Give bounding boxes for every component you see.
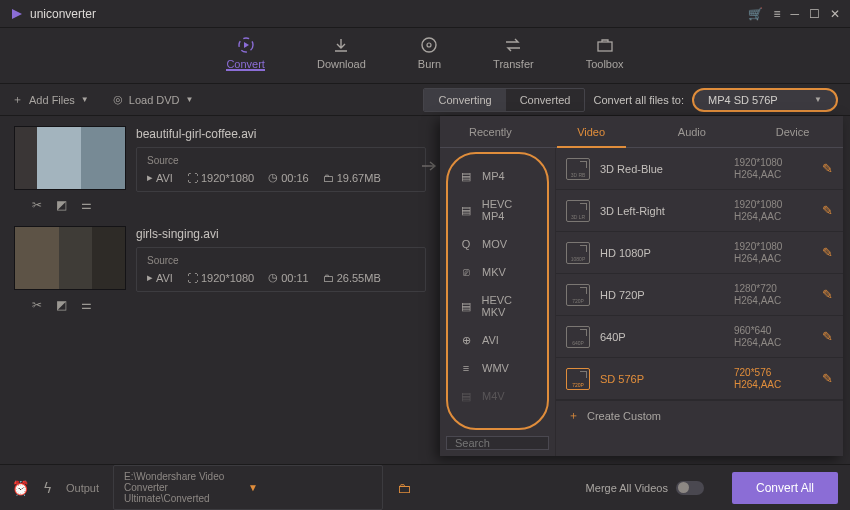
chevron-down-icon: ▼ — [186, 95, 194, 104]
nav-toolbox[interactable]: Toolbox — [586, 28, 624, 70]
search-input[interactable] — [455, 437, 540, 449]
nav-label: Toolbox — [586, 58, 624, 70]
tab-converted[interactable]: Converted — [506, 89, 585, 111]
titlebar: uniconverter 🛒 ≡ ─ ☐ ✕ — [0, 0, 850, 28]
tab-recently[interactable]: Recently — [440, 116, 541, 147]
chevron-down-icon: ▼ — [814, 95, 822, 104]
format-search[interactable] — [446, 436, 549, 450]
nav-transfer[interactable]: Transfer — [493, 28, 534, 70]
preset-codec: H264,AAC — [734, 253, 812, 264]
format-popup: Recently Video Audio Device ▤MP4 ▤HEVC M… — [440, 116, 843, 456]
source-label: Source — [147, 255, 415, 266]
arrow-right-icon — [420, 160, 440, 172]
menu-icon[interactable]: ≡ — [773, 7, 780, 21]
tab-video[interactable]: Video — [541, 116, 642, 147]
minimize-icon[interactable]: ─ — [790, 7, 799, 21]
preset-row[interactable]: 720P SD 576P 720*576H264,AAC ✎ — [556, 358, 843, 400]
format-icon: ▸ — [147, 271, 153, 284]
preset-name: HD 720P — [600, 289, 724, 301]
format-hevc-mkv[interactable]: ▤HEVC MKV — [448, 286, 547, 326]
preset-row[interactable]: 720P HD 720P 1280*720H264,AAC ✎ — [556, 274, 843, 316]
merge-toggle[interactable] — [676, 481, 704, 495]
clapper-icon: ≡ — [458, 362, 474, 374]
create-custom-button[interactable]: ＋ Create Custom — [556, 400, 843, 430]
preset-row[interactable]: 640P 640P 960*640H264,AAC ✎ — [556, 316, 843, 358]
source-resolution: 1920*1080 — [201, 172, 254, 184]
cart-icon[interactable]: 🛒 — [748, 7, 763, 21]
folder-icon: 🗀 — [323, 172, 334, 184]
format-mov[interactable]: QMOV — [448, 230, 547, 258]
nav-burn[interactable]: Burn — [418, 28, 441, 70]
preset-codec: H264,AAC — [734, 169, 812, 180]
source-format: AVI — [156, 272, 173, 284]
source-resolution: 1920*1080 — [201, 272, 254, 284]
chevron-down-icon: ▼ — [248, 482, 372, 493]
crop-icon[interactable]: ◩ — [56, 298, 67, 312]
tab-converting[interactable]: Converting — [424, 89, 505, 111]
add-files-button[interactable]: ＋ Add Files ▼ — [12, 92, 89, 107]
format-mkv[interactable]: ⎚MKV — [448, 258, 547, 286]
preset-row[interactable]: 3D LR 3D Left-Right 1920*1080H264,AAC ✎ — [556, 190, 843, 232]
top-nav: Convert Download Burn Transfer Toolbox — [0, 28, 850, 84]
preset-row[interactable]: 3D RB 3D Red-Blue 1920*1080H264,AAC ✎ — [556, 148, 843, 190]
maximize-icon[interactable]: ☐ — [809, 7, 820, 21]
video-thumbnail[interactable] — [14, 126, 126, 190]
convert-all-target: Convert all files to: MP4 SD 576P ▼ — [594, 88, 838, 112]
effects-icon[interactable]: ⚌ — [81, 298, 92, 312]
format-column: ▤MP4 ▤HEVC MP4 QMOV ⎚MKV ▤HEVC MKV ⊕AVI … — [440, 148, 556, 456]
transfer-icon — [502, 36, 524, 54]
trim-icon[interactable]: ✂ — [32, 298, 42, 312]
source-label: Source — [147, 155, 415, 166]
create-custom-label: Create Custom — [587, 410, 661, 422]
output-path-field[interactable]: E:\Wondershare Video Converter Ultimate\… — [113, 465, 383, 510]
format-wmv[interactable]: ≡WMV — [448, 354, 547, 382]
convert-all-button[interactable]: Convert All — [732, 472, 838, 504]
format-hevc-mp4[interactable]: ▤HEVC MP4 — [448, 190, 547, 230]
gpu-icon[interactable]: ϟ — [43, 480, 52, 496]
effects-icon[interactable]: ⚌ — [81, 198, 92, 212]
duration-icon: ◷ — [268, 171, 278, 184]
nav-label: Transfer — [493, 58, 534, 70]
format-label: M4V — [482, 390, 505, 402]
edit-preset-icon[interactable]: ✎ — [822, 329, 833, 344]
preset-icon: 720P — [566, 368, 590, 390]
format-label: MP4 — [482, 170, 505, 182]
load-dvd-button[interactable]: ◎ Load DVD ▼ — [113, 93, 194, 106]
film-icon: ▤ — [458, 390, 474, 402]
preset-name: 640P — [600, 331, 724, 343]
download-icon — [330, 36, 352, 54]
popup-tabs: Recently Video Audio Device — [440, 116, 843, 148]
nav-convert[interactable]: Convert — [226, 28, 265, 70]
schedule-icon[interactable]: ⏰ — [12, 480, 29, 496]
format-m4v[interactable]: ▤M4V — [448, 382, 547, 410]
tab-audio[interactable]: Audio — [642, 116, 743, 147]
format-mp4[interactable]: ▤MP4 — [448, 162, 547, 190]
format-avi[interactable]: ⊕AVI — [448, 326, 547, 354]
open-folder-icon[interactable]: 🗀 — [397, 480, 411, 496]
edit-preset-icon[interactable]: ✎ — [822, 287, 833, 302]
svg-marker-0 — [12, 9, 22, 19]
convert-target-dropdown[interactable]: MP4 SD 576P ▼ — [692, 88, 838, 112]
close-icon[interactable]: ✕ — [830, 7, 840, 21]
svg-point-3 — [422, 38, 436, 52]
film-icon: ▤ — [458, 204, 474, 216]
edit-preset-icon[interactable]: ✎ — [822, 245, 833, 260]
edit-preset-icon[interactable]: ✎ — [822, 203, 833, 218]
format-icon: ▸ — [147, 171, 153, 184]
nav-download[interactable]: Download — [317, 28, 366, 70]
preset-codec: H264,AAC — [734, 379, 812, 390]
preset-name: 3D Red-Blue — [600, 163, 724, 175]
preset-res: 1920*1080 — [734, 241, 812, 252]
trim-icon[interactable]: ✂ — [32, 198, 42, 212]
preset-row[interactable]: 1080P HD 1080P 1920*1080H264,AAC ✎ — [556, 232, 843, 274]
preset-res: 1920*1080 — [734, 157, 812, 168]
video-thumbnail[interactable] — [14, 226, 126, 290]
edit-preset-icon[interactable]: ✎ — [822, 161, 833, 176]
edit-preset-icon[interactable]: ✎ — [822, 371, 833, 386]
segment-converting-converted: Converting Converted — [423, 88, 585, 112]
tab-device[interactable]: Device — [742, 116, 843, 147]
q-icon: Q — [458, 238, 474, 250]
source-duration: 00:16 — [281, 172, 309, 184]
crop-icon[interactable]: ◩ — [56, 198, 67, 212]
source-size: 26.55MB — [337, 272, 381, 284]
